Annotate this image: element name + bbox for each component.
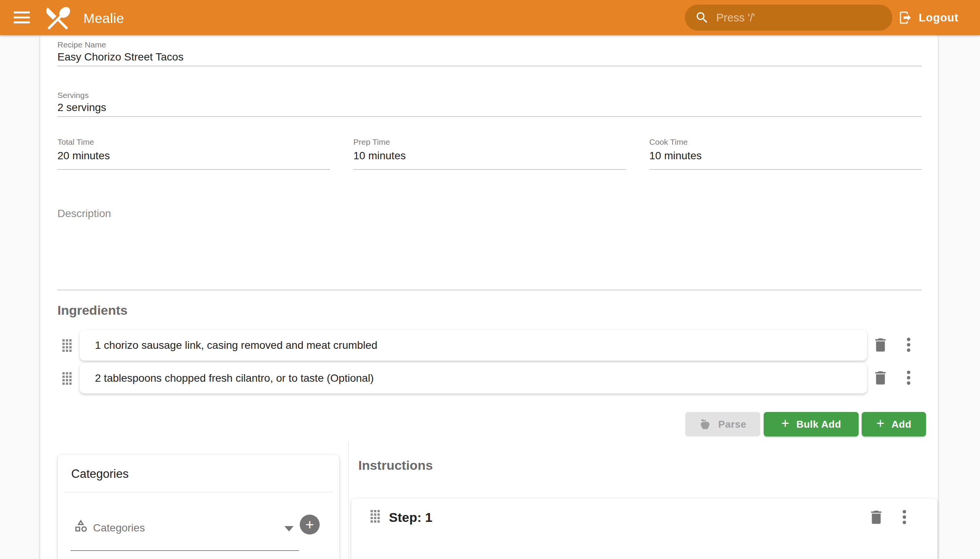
parse-label: Parse [718, 418, 746, 430]
categories-card: Categories Categories + [58, 455, 339, 559]
delete-step-button[interactable] [868, 508, 885, 527]
total-time-field[interactable]: 20 minutes [58, 149, 110, 162]
kebab-icon [907, 370, 910, 374]
drag-handle-icon[interactable] [370, 510, 380, 523]
plus-icon: + [306, 516, 314, 533]
apple-icon [699, 418, 711, 430]
recipe-name-label: Recipe Name [58, 41, 106, 49]
delete-ingredient-button[interactable] [872, 369, 889, 388]
recipe-name-underline [58, 66, 922, 66]
trash-icon [872, 369, 889, 387]
mealie-logo-icon [43, 3, 73, 33]
ingredient-text: 2 tablespoons chopped fresh cilantro, or… [95, 372, 373, 384]
total-time-label: Total Time [58, 138, 94, 146]
categories-select-underline [70, 550, 299, 551]
plus-icon: + [876, 417, 885, 430]
add-ingredient-button[interactable]: + Add [862, 412, 926, 437]
parse-button[interactable]: Parse [685, 412, 760, 437]
recipe-name-field[interactable]: Easy Chorizo Street Tacos [58, 51, 183, 64]
app-title: Mealie [83, 11, 124, 26]
menu-icon[interactable] [14, 12, 30, 24]
ingredients-heading: Ingredients [58, 304, 127, 317]
search-input[interactable]: Press '/' [685, 5, 892, 31]
cook-time-underline [649, 169, 922, 170]
prep-time-label: Prep Time [353, 138, 390, 146]
cook-time-field[interactable]: 10 minutes [649, 149, 702, 162]
plus-icon: + [781, 417, 790, 430]
search-placeholder: Press '/' [716, 12, 755, 24]
categories-card-title: Categories [71, 468, 129, 480]
prep-time-field[interactable]: 10 minutes [353, 149, 406, 162]
ingredient-row: 1 chorizo sausage link, casing removed a… [40, 330, 938, 361]
cook-time-label: Cook Time [649, 138, 687, 146]
description-field[interactable] [58, 223, 921, 288]
ingredient-menu-button[interactable] [907, 338, 910, 341]
mealie-recipe-editor-page: Mealie Press '/' Logout Recipe Name Easy… [0, 0, 980, 559]
logout-label: Logout [919, 12, 959, 24]
servings-label: Servings [58, 91, 89, 99]
drag-handle-icon[interactable] [63, 372, 71, 385]
step-menu-button[interactable] [903, 510, 906, 513]
categories-divider [64, 492, 333, 492]
description-underline [58, 290, 922, 290]
logout-button[interactable]: Logout [898, 0, 959, 35]
ingredient-row: 2 tablespoons chopped fresh cilantro, or… [40, 363, 938, 394]
bulk-add-button[interactable]: + Bulk Add [764, 412, 859, 437]
drag-handle-icon[interactable] [63, 339, 71, 352]
prep-time-underline [353, 169, 626, 170]
ingredient-text: 1 chorizo sausage link, casing removed a… [95, 339, 377, 351]
description-label: Description [58, 208, 111, 219]
step-title: Step: 1 [389, 511, 432, 524]
ingredient-input[interactable]: 2 tablespoons chopped fresh cilantro, or… [79, 363, 867, 394]
servings-field[interactable]: 2 servings [58, 101, 106, 114]
ingredient-input[interactable]: 1 chorizo sausage link, casing removed a… [79, 330, 867, 361]
categories-select[interactable]: Categories [93, 523, 145, 533]
add-category-button[interactable]: + [300, 514, 320, 534]
search-icon [695, 10, 709, 25]
kebab-icon [907, 338, 910, 341]
logout-icon [898, 10, 912, 25]
instructions-heading: Instructions [358, 459, 433, 472]
servings-underline [58, 116, 922, 117]
bulk-add-label: Bulk Add [796, 418, 841, 430]
app-header: Mealie Press '/' Logout [0, 0, 980, 35]
instruction-step-card: Step: 1 Combine crumbled chorizo and chi… [351, 498, 937, 559]
column-divider [349, 442, 349, 559]
delete-ingredient-button[interactable] [872, 336, 889, 355]
add-label: Add [892, 418, 911, 430]
trash-icon [872, 336, 889, 354]
ingredient-menu-button[interactable] [907, 370, 910, 374]
total-time-underline [58, 169, 330, 170]
shapes-icon [73, 518, 88, 533]
chevron-down-icon[interactable] [284, 526, 294, 531]
trash-icon [868, 508, 885, 526]
recipe-edit-card: Recipe Name Easy Chorizo Street Tacos Se… [40, 35, 938, 559]
kebab-icon [903, 510, 906, 513]
